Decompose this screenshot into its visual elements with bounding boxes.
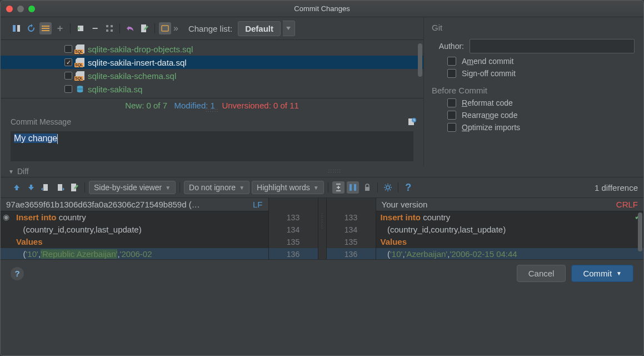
file-list: sqlite-sakila-drop-objects.sqlsqlite-sak… [1, 40, 423, 98]
signoff-label: Sign-off commit [462, 69, 516, 78]
status-unversioned: Unversioned: 0 of 11 [222, 101, 298, 110]
highlight-label: Highlight words [257, 183, 310, 192]
titlebar: Commit Changes [1, 1, 643, 17]
settings-icon[interactable] [382, 181, 394, 194]
undo-icon[interactable] [124, 22, 136, 34]
author-input[interactable] [470, 39, 635, 53]
svg-rect-8 [111, 25, 113, 27]
resize-grip-icon[interactable]: ∷∷∷ [206, 108, 219, 113]
compare-next-file-icon[interactable] [54, 181, 66, 194]
sync-scroll-icon[interactable] [347, 181, 359, 194]
sql-file-icon [76, 71, 84, 80]
svg-rect-6 [106, 25, 108, 27]
help-icon[interactable]: ? [402, 181, 415, 194]
file-checkbox[interactable] [64, 58, 72, 66]
separator [377, 182, 378, 192]
diff-toolbar: Side-by-side viewer▼ Do not ignore▼ High… [1, 177, 643, 198]
file-name: sqlite-sakila-schema.sql [88, 71, 176, 81]
sql-file-icon [76, 58, 84, 67]
left-eol: LF [253, 200, 263, 209]
svg-rect-0 [13, 25, 16, 32]
file-row[interactable]: sqlite-sakila.sq [1, 82, 423, 96]
scrollbar-thumb[interactable] [638, 212, 642, 251]
changelist-button[interactable]: Default [238, 21, 281, 36]
edit-icon[interactable] [68, 181, 81, 194]
window-title: Commit Changes [1, 4, 643, 13]
commit-button[interactable]: Commit▼ [571, 265, 633, 282]
file-checkbox[interactable] [64, 72, 72, 80]
changes-toolbar: + − » Change list: Default [1, 17, 423, 40]
file-row[interactable]: sqlite-sakila-insert-data.sql [1, 56, 423, 69]
compare-prev-file-icon[interactable] [39, 181, 52, 194]
viewer-mode-label: Side-by-side viewer [94, 183, 162, 192]
changelist-label: Change list: [188, 24, 232, 33]
signoff-checkbox[interactable] [447, 69, 456, 78]
database-icon [76, 85, 84, 93]
refresh-icon[interactable] [25, 22, 37, 34]
before-commit-label: Before Commit [432, 86, 635, 95]
commit-message-input[interactable]: My change [11, 131, 413, 161]
remove-icon[interactable]: − [89, 22, 101, 34]
status-line: New: 0 of 7 Modified: 1 Unversioned: 0 o… [1, 98, 423, 113]
collapse-unchanged-icon[interactable] [332, 181, 345, 194]
status-new: New: 0 of 7 [125, 101, 167, 110]
group-by-dir-icon[interactable] [39, 22, 52, 34]
commit-message-text: My change [14, 134, 57, 143]
move-to-changelist-icon[interactable] [103, 22, 116, 34]
resize-grip-icon[interactable]: ∷∷∷ [32, 169, 638, 174]
diff-toggle[interactable]: ▼ Diff ∷∷∷ [1, 166, 643, 177]
separator [119, 23, 120, 33]
add-icon[interactable]: + [54, 22, 66, 34]
right-code[interactable]: Insert into country (country_id,country,… [376, 211, 644, 259]
right-line-gutter: 133134135136 [326, 198, 376, 259]
prev-diff-icon[interactable] [11, 181, 23, 194]
commit-history-icon[interactable] [406, 116, 418, 128]
file-checkbox[interactable] [64, 85, 72, 93]
separator [328, 182, 328, 192]
expand-all-icon[interactable] [159, 22, 171, 34]
right-revision-label: Your version [382, 200, 428, 209]
chevron-down-icon: ▼ [8, 169, 14, 175]
edit-source-icon[interactable] [138, 22, 151, 34]
chevron-icon: » [173, 23, 178, 33]
author-label: Author: [432, 42, 464, 51]
diff-count: 1 difference [595, 183, 638, 192]
cancel-button[interactable]: Cancel [517, 265, 566, 282]
next-diff-icon[interactable] [25, 181, 37, 194]
options-panel: Git Author: Amend commit Sign-off commit… [424, 17, 643, 166]
reformat-checkbox[interactable] [447, 98, 456, 107]
ignore-label: Do not ignore [189, 183, 236, 192]
svg-rect-2 [42, 26, 49, 27]
dialog-footer: ? Cancel Commit▼ [1, 259, 643, 287]
rollback-icon[interactable] [74, 22, 87, 34]
diff-left-pane: 97ae3659f61b1306d63fa0a26306c271549b859d… [1, 198, 268, 259]
diff-right-pane: Your version CRLF ✔ Insert into country … [376, 198, 644, 259]
left-code[interactable]: Insert into country (country_id,country,… [1, 211, 268, 259]
file-row[interactable]: sqlite-sakila-schema.sql [1, 69, 423, 82]
file-name: sqlite-sakila-drop-objects.sql [88, 44, 193, 54]
scrollbar-thumb[interactable] [418, 43, 422, 77]
amend-checkbox[interactable] [447, 57, 456, 66]
sql-file-icon [76, 44, 84, 53]
optimize-checkbox[interactable] [447, 123, 456, 132]
file-checkbox[interactable] [64, 45, 72, 53]
lock-icon[interactable] [361, 181, 373, 194]
ignore-dropdown[interactable]: Do not ignore▼ [184, 181, 249, 194]
caret-down-icon: ▼ [239, 185, 244, 191]
file-row[interactable]: sqlite-sakila-drop-objects.sql [1, 42, 423, 56]
show-diff-icon[interactable] [11, 22, 23, 34]
help-button[interactable]: ? [11, 267, 24, 280]
highlight-dropdown[interactable]: Highlight words▼ [252, 181, 324, 194]
caret-down-icon: ▼ [165, 185, 171, 191]
diff-divider[interactable]: ⋮⋮⋮ [318, 198, 326, 259]
svg-rect-3 [42, 28, 49, 29]
changelist-dropdown-icon[interactable] [283, 21, 295, 36]
reformat-label: Reformat code [462, 98, 513, 107]
caret-down-icon: ▼ [313, 185, 319, 191]
left-revision-label: 97ae3659f61b1306d63fa0a26306c271549b859d… [6, 200, 200, 209]
changelist-value: Default [245, 24, 273, 33]
rearrange-checkbox[interactable] [447, 111, 456, 120]
rearrange-label: Rearrange code [462, 111, 517, 120]
viewer-mode-dropdown[interactable]: Side-by-side viewer▼ [89, 181, 176, 194]
svg-rect-17 [58, 184, 62, 191]
